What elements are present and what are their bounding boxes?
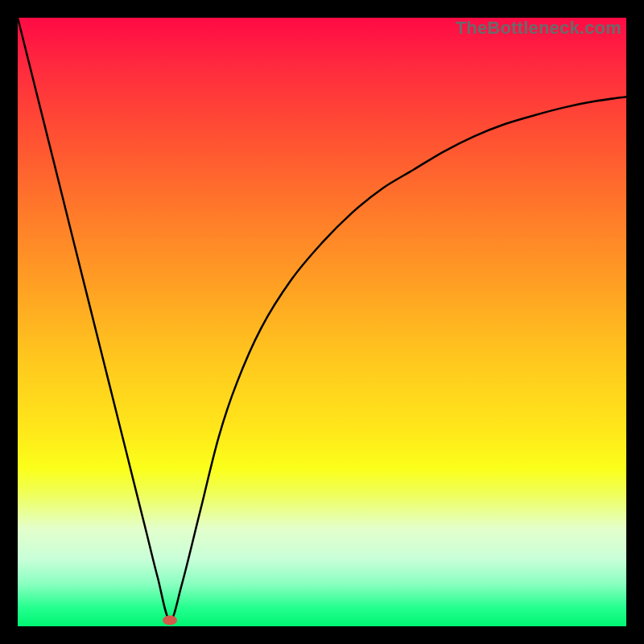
chart-area: TheBottleneck.com xyxy=(18,18,626,626)
chart-svg xyxy=(18,18,626,626)
bottleneck-curve xyxy=(18,18,626,620)
minimum-marker xyxy=(163,615,177,625)
